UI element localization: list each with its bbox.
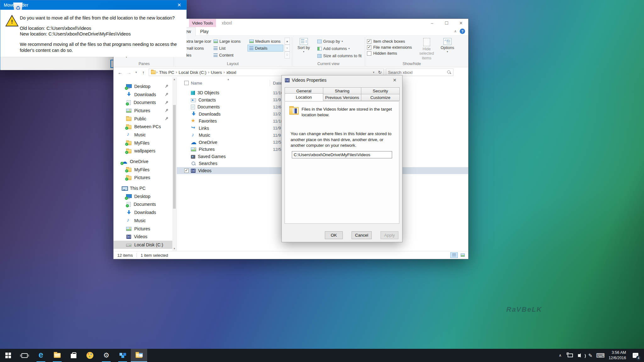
close-icon[interactable]: ✕	[390, 78, 399, 83]
refresh-icon[interactable]: ↻	[378, 70, 382, 75]
scroll-down-icon[interactable]: ▼	[172, 247, 176, 251]
size-all-columns-to-fit-button[interactable]: Size all columns to fit	[316, 52, 363, 59]
target-path-input[interactable]	[292, 151, 392, 158]
sidebar-item-local-disk-c[interactable]: Local Disk (C:)	[114, 241, 176, 249]
sidebar-item-pictures[interactable]: Pictures	[114, 225, 176, 233]
search-icon[interactable]	[447, 70, 451, 74]
group-by-button[interactable]: Group by▾	[316, 38, 363, 45]
taskbar-settings-button[interactable]: ⚙	[98, 349, 114, 362]
taskbar-paint-palette-button[interactable]	[82, 349, 98, 362]
sidebar-item-videos[interactable]: Videos	[114, 233, 176, 241]
taskbar-clock[interactable]: 3:56 AM 12/6/2016	[605, 350, 629, 361]
sidebar-item-wallpapers[interactable]: ✓wallpapers	[114, 147, 176, 155]
details-view-button[interactable]	[450, 252, 458, 258]
sidebar-item-music[interactable]: Music	[114, 217, 176, 225]
breadcrumb-this-pc[interactable]: This PC	[158, 70, 176, 75]
properties-tab-security[interactable]: Security	[361, 87, 400, 94]
tab-play[interactable]: Play	[196, 28, 213, 36]
taskbar-file-explorer-button[interactable]	[49, 349, 65, 362]
column-divider[interactable]	[270, 80, 270, 86]
sidebar-item-downloads[interactable]: Downloads	[114, 90, 176, 99]
sidebar-item-this-pc[interactable]: This PC	[114, 184, 176, 192]
thumbnail-view-button[interactable]	[459, 252, 466, 258]
sidebar-item-music[interactable]: Music	[114, 131, 176, 139]
sort-by-button[interactable]: Sort by ▾	[294, 37, 314, 53]
sidebar-item-between-pcs[interactable]: ✓Between PCs	[114, 123, 176, 131]
contacts-icon	[191, 98, 196, 102]
breadcrumb-users[interactable]: Users	[209, 70, 224, 75]
properties-tab-customize[interactable]: Customize	[361, 94, 400, 101]
tray-volume-button[interactable]	[575, 349, 585, 362]
taskbar-start-button[interactable]	[0, 349, 16, 362]
properties-tab-location[interactable]: Location	[285, 93, 323, 101]
sidebar-item-documents[interactable]: ✓Documents	[114, 200, 176, 209]
name-column-header[interactable]: Name	[191, 81, 269, 85]
select-all-checkbox[interactable]	[184, 81, 189, 85]
sidebar-scrollbar[interactable]: ▲ ▼	[172, 77, 176, 251]
layout-content-button[interactable]: Content	[212, 52, 247, 58]
layout-details-button[interactable]: Details	[247, 45, 283, 52]
file-name-extensions-checkbox[interactable]	[367, 45, 371, 50]
action-center-button[interactable]: 4	[629, 349, 642, 362]
breadcrumb-local-disk-c[interactable]: Local Disk (C:)	[177, 70, 208, 75]
properties-tab-previous-versions[interactable]: Previous Versions	[323, 94, 362, 101]
tray-pen-button[interactable]: ✎	[585, 349, 595, 362]
gallery-down-icon[interactable]: ▼	[285, 45, 290, 52]
tray-keyboard-button[interactable]: ⌨	[595, 349, 605, 362]
tray-network-button[interactable]	[565, 349, 575, 362]
hidden-items-checkbox[interactable]	[367, 51, 371, 56]
sidebar-item-downloads[interactable]: Downloads	[114, 208, 176, 217]
ribbon-group-layout: Extra large iconsLarge iconsMedium icons…	[174, 36, 292, 67]
hide-selected-items-button[interactable]: Hide selected items	[415, 37, 438, 60]
taskbar-store-button[interactable]	[65, 349, 82, 362]
gallery-more-icon[interactable]: ⎕	[285, 52, 290, 58]
layout-list-button[interactable]: List	[212, 45, 247, 52]
close-button[interactable]: ✕	[454, 19, 468, 27]
up-icon[interactable]: ↑	[140, 70, 147, 75]
sidebar-item-documents[interactable]: ✓Documents	[114, 98, 176, 107]
options-button[interactable]: Options ▾	[438, 37, 457, 53]
gallery-up-icon[interactable]: ▲	[285, 38, 290, 45]
sidebar-item-public[interactable]: Public	[114, 115, 176, 123]
sidebar-item-pictures[interactable]: ✓Pictures	[114, 174, 176, 182]
address-dropdown-icon[interactable]: ▾	[372, 71, 375, 74]
sidebar-item-onedrive[interactable]: ✓OneDrive	[114, 157, 176, 166]
file-name: Saved Games	[198, 154, 270, 159]
cancel-button[interactable]: Cancel	[352, 231, 372, 239]
apply-button[interactable]: Apply	[380, 231, 398, 239]
scrollbar-thumb[interactable]	[173, 105, 176, 209]
search-input[interactable]	[388, 70, 447, 75]
add-columns-button[interactable]: Add columns▾	[316, 45, 363, 52]
item-check-boxes-checkbox[interactable]	[367, 39, 371, 44]
taskbar-explorer-window-button[interactable]	[131, 349, 147, 362]
recent-locations-icon[interactable]: ▾	[134, 71, 138, 74]
layout-medium-icons-button[interactable]: Medium icons	[247, 38, 283, 45]
help-icon[interactable]: ?	[460, 29, 465, 34]
file-name: Pictures	[199, 147, 271, 152]
minimize-button[interactable]: –	[425, 19, 439, 27]
scroll-up-icon[interactable]: ▲	[172, 77, 176, 82]
clock-date: 12/6/2016	[608, 355, 626, 361]
sidebar-item-desktop[interactable]: ✓Desktop	[114, 192, 176, 200]
date-column-header[interactable]: Date	[273, 81, 282, 85]
forward-icon[interactable]: →	[125, 70, 132, 75]
sidebar-item-myfiles[interactable]: ✓MyFiles	[114, 166, 176, 174]
paint-palette-icon	[86, 352, 93, 359]
sidebar-item-desktop[interactable]: ✓Desktop	[114, 82, 176, 90]
collapse-ribbon-icon[interactable]: ∧	[454, 29, 457, 33]
ok-button[interactable]: OK	[325, 231, 343, 239]
layout-large-icons-button[interactable]: Large icons	[212, 38, 247, 45]
sidebar-item-pictures[interactable]: Pictures	[114, 107, 176, 115]
back-icon[interactable]: ←	[117, 70, 124, 75]
taskbar-edge-button[interactable]: e	[33, 349, 49, 362]
tray-chevron-up-button[interactable]: ∧	[555, 349, 565, 362]
taskbar-task-view-button[interactable]	[16, 349, 33, 362]
row-checkbox[interactable]	[184, 168, 189, 173]
video-tools-contextual-tab[interactable]: Video Tools	[189, 19, 216, 27]
taskbar-3d-builder-button[interactable]	[114, 349, 131, 362]
breadcrumb-xboxl[interactable]: xboxl	[225, 70, 238, 75]
properties-tab-sharing[interactable]: Sharing	[323, 87, 362, 94]
close-icon[interactable]: ✕	[172, 0, 186, 10]
maximize-button[interactable]: ☐	[439, 19, 454, 27]
sidebar-item-myfiles[interactable]: ✓MyFiles	[114, 139, 176, 147]
